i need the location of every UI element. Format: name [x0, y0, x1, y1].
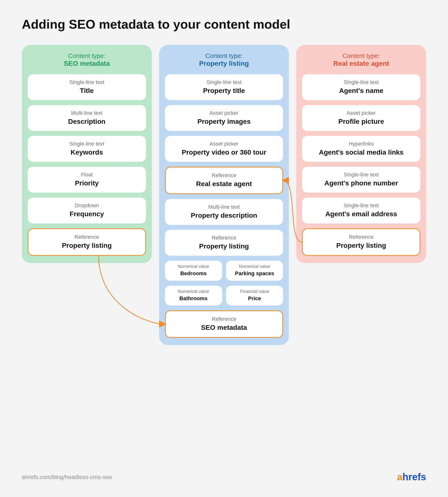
- field-name: Property listing: [168, 242, 280, 250]
- field-card: Financial value Price: [226, 286, 283, 306]
- field-card: Asset picker Profile picture: [302, 105, 420, 131]
- field-card: Single-line text Title: [28, 74, 146, 100]
- field-card: Multi-line text Description: [28, 105, 146, 131]
- field-type: Numerical value: [228, 264, 281, 269]
- field-type: Hyperlinks: [305, 141, 417, 147]
- field-type: Asset picker: [305, 110, 417, 116]
- columns-container: Content type: SEO metadata Single-line t…: [22, 45, 426, 345]
- field-card: Reference Property listing: [165, 230, 283, 256]
- column-header-name: Real estate agent: [302, 60, 420, 67]
- field-name: SEO metadata: [169, 323, 279, 332]
- field-type: Single-line text: [305, 202, 417, 209]
- field-name: Priority: [31, 179, 143, 187]
- field-type: Multi-line text: [168, 204, 280, 210]
- field-name: Title: [31, 86, 143, 95]
- field-type: Numerical value: [167, 264, 220, 269]
- column-header: Content type: SEO metadata: [28, 52, 146, 67]
- column-property-listing: Content type: Property listing Single-li…: [159, 45, 289, 345]
- field-name: Property images: [168, 117, 280, 126]
- page-title: Adding SEO metadata to your content mode…: [22, 17, 426, 32]
- field-name: Description: [31, 117, 143, 126]
- field-name: Agent's social media links: [305, 148, 417, 157]
- field-name: Property description: [168, 211, 280, 220]
- field-card: Multi-line text Property description: [165, 199, 283, 225]
- field-card-reference-property-listing: Reference Property listing: [302, 228, 420, 256]
- ahrefs-logo: ahrefs: [397, 472, 426, 482]
- field-name: Frequency: [31, 210, 143, 218]
- field-name: Bathrooms: [167, 295, 220, 302]
- column-header: Content type: Property listing: [165, 52, 283, 67]
- field-type: Float: [31, 172, 143, 178]
- field-name: Bedrooms: [167, 270, 220, 277]
- field-card: Numerical value Bathrooms: [165, 286, 222, 306]
- field-type: Reference: [32, 234, 142, 240]
- field-type: Reference: [169, 172, 279, 179]
- field-card: Float Priority: [28, 167, 146, 193]
- field-type: Reference: [169, 316, 279, 322]
- column-real-estate-agent: Content type: Real estate agent Single-l…: [296, 45, 426, 263]
- field-type: Single-line text: [168, 79, 280, 85]
- column-header: Content type: Real estate agent: [302, 52, 420, 67]
- field-name: Agent's phone number: [305, 179, 417, 187]
- field-card: Single-line text Keywords: [28, 136, 146, 162]
- field-type: Numerical value: [167, 289, 220, 294]
- field-card: Hyperlinks Agent's social media links: [302, 136, 420, 162]
- column-header-pre: Content type:: [28, 52, 146, 60]
- footer-url: ahrefs.com/blog/headless-cms-seo: [22, 474, 112, 480]
- field-type: Reference: [306, 234, 416, 240]
- field-name: Price: [228, 295, 281, 302]
- field-row: Numerical value Bedrooms Numerical value…: [165, 261, 283, 281]
- column-header-name: SEO metadata: [28, 60, 146, 67]
- field-card: Dropdown Frequency: [28, 198, 146, 224]
- field-type: Multi-line text: [31, 110, 143, 116]
- field-name: Keywords: [31, 148, 143, 157]
- logo-rest: hrefs: [402, 472, 426, 482]
- field-name: Property video or 360 tour: [168, 148, 280, 157]
- field-type: Asset picker: [168, 141, 280, 147]
- column-header-pre: Content type:: [302, 52, 420, 60]
- field-name: Property listing: [306, 241, 416, 250]
- column-header-name: Property listing: [165, 60, 283, 67]
- field-row: Numerical value Bathrooms Financial valu…: [165, 286, 283, 306]
- field-name: Property listing: [32, 241, 142, 250]
- field-card: Asset picker Property video or 360 tour: [165, 136, 283, 162]
- field-type: Dropdown: [31, 202, 143, 209]
- field-type: Asset picker: [168, 110, 280, 116]
- field-name: Agent's name: [305, 86, 417, 95]
- field-type: Single-line text: [31, 79, 143, 85]
- field-card-reference-real-estate-agent: Reference Real estate agent: [165, 167, 283, 194]
- field-name: Property title: [168, 86, 280, 95]
- field-name: Parking spaces: [228, 270, 281, 277]
- field-card: Single-line text Property title: [165, 74, 283, 100]
- field-card: Single-line text Agent's email address: [302, 198, 420, 224]
- field-type: Single-line text: [31, 141, 143, 147]
- field-card-reference-seo-metadata: Reference SEO metadata: [165, 310, 283, 338]
- field-card: Asset picker Property images: [165, 105, 283, 131]
- field-name: Profile picture: [305, 117, 417, 126]
- field-type: Single-line text: [305, 172, 417, 178]
- field-card: Single-line text Agent's name: [302, 74, 420, 100]
- footer: ahrefs.com/blog/headless-cms-seo ahrefs: [22, 472, 426, 482]
- column-header-pre: Content type:: [165, 52, 283, 60]
- column-seo-metadata: Content type: SEO metadata Single-line t…: [22, 45, 152, 263]
- field-card: Numerical value Bedrooms: [165, 261, 222, 281]
- field-name: Agent's email address: [305, 210, 417, 218]
- logo-letter-a: a: [397, 472, 402, 482]
- field-card: Single-line text Agent's phone number: [302, 167, 420, 193]
- field-type: Financial value: [228, 289, 281, 294]
- field-type: Reference: [168, 235, 280, 241]
- field-type: Single-line text: [305, 79, 417, 85]
- field-card-reference-property-listing: Reference Property listing: [28, 228, 146, 256]
- field-name: Real estate agent: [169, 180, 279, 188]
- field-card: Numerical value Parking spaces: [226, 261, 283, 281]
